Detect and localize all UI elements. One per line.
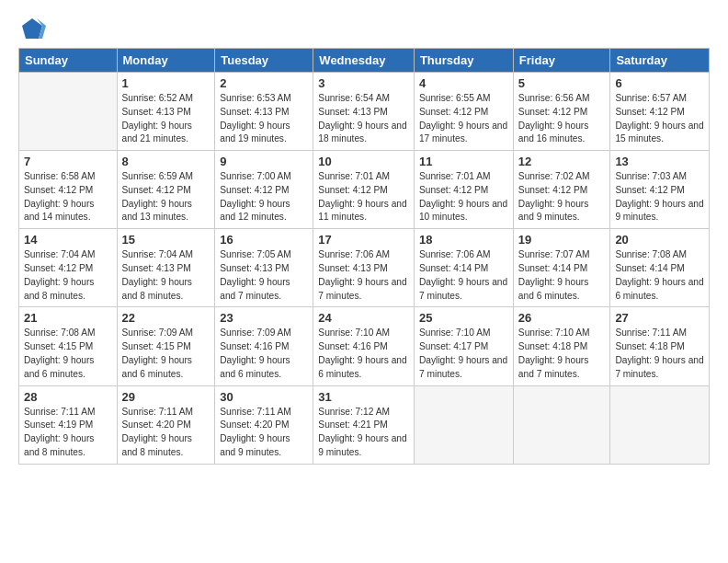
day-number: 25	[419, 311, 508, 325]
calendar-cell: 31Sunrise: 7:12 AMSunset: 4:21 PMDayligh…	[313, 385, 415, 464]
day-info: Sunrise: 7:07 AMSunset: 4:14 PMDaylight:…	[518, 248, 606, 303]
day-number: 29	[122, 390, 210, 404]
day-number: 7	[24, 155, 112, 168]
calendar-cell: 21Sunrise: 7:08 AMSunset: 4:15 PMDayligh…	[19, 307, 118, 385]
calendar-week-2: 7Sunrise: 6:58 AMSunset: 4:12 PMDaylight…	[19, 151, 710, 229]
calendar-header-sunday: Sunday	[19, 49, 118, 73]
calendar-cell: 24Sunrise: 7:10 AMSunset: 4:16 PMDayligh…	[313, 307, 415, 385]
logo-icon	[18, 15, 46, 42]
calendar-cell	[19, 73, 118, 151]
day-info: Sunrise: 7:09 AMSunset: 4:16 PMDaylight:…	[220, 327, 308, 381]
calendar-cell: 10Sunrise: 7:01 AMSunset: 4:12 PMDayligh…	[313, 151, 415, 229]
calendar-cell	[414, 385, 513, 464]
day-number: 27	[615, 311, 704, 325]
day-info: Sunrise: 6:56 AMSunset: 4:12 PMDaylight:…	[518, 92, 606, 146]
day-info: Sunrise: 7:11 AMSunset: 4:18 PMDaylight:…	[615, 327, 704, 381]
day-number: 12	[518, 155, 606, 168]
calendar-week-4: 21Sunrise: 7:08 AMSunset: 4:15 PMDayligh…	[19, 307, 710, 385]
calendar-week-1: 1Sunrise: 6:52 AMSunset: 4:13 PMDaylight…	[19, 73, 710, 151]
calendar-cell: 22Sunrise: 7:09 AMSunset: 4:15 PMDayligh…	[117, 307, 215, 385]
day-number: 14	[24, 233, 112, 247]
calendar-cell: 13Sunrise: 7:03 AMSunset: 4:12 PMDayligh…	[610, 151, 710, 229]
calendar-cell: 30Sunrise: 7:11 AMSunset: 4:20 PMDayligh…	[215, 385, 313, 464]
day-info: Sunrise: 7:05 AMSunset: 4:13 PMDaylight:…	[220, 248, 308, 303]
calendar-header-thursday: Thursday	[414, 49, 513, 73]
calendar-cell: 11Sunrise: 7:01 AMSunset: 4:12 PMDayligh…	[414, 151, 513, 229]
calendar-cell: 29Sunrise: 7:11 AMSunset: 4:20 PMDayligh…	[117, 385, 215, 464]
day-number: 8	[122, 155, 210, 168]
day-info: Sunrise: 7:06 AMSunset: 4:13 PMDaylight:…	[318, 248, 409, 303]
day-info: Sunrise: 6:52 AMSunset: 4:13 PMDaylight:…	[122, 92, 210, 146]
calendar-cell: 8Sunrise: 6:59 AMSunset: 4:12 PMDaylight…	[117, 151, 215, 229]
day-number: 26	[518, 311, 606, 325]
day-info: Sunrise: 7:10 AMSunset: 4:16 PMDaylight:…	[318, 327, 409, 381]
day-number: 22	[122, 311, 210, 325]
day-number: 11	[419, 155, 508, 168]
calendar-week-3: 14Sunrise: 7:04 AMSunset: 4:12 PMDayligh…	[19, 229, 710, 307]
day-info: Sunrise: 6:54 AMSunset: 4:13 PMDaylight:…	[318, 92, 409, 146]
day-number: 3	[318, 76, 409, 90]
day-info: Sunrise: 6:59 AMSunset: 4:12 PMDaylight:…	[122, 170, 210, 224]
day-number: 20	[615, 233, 704, 247]
day-info: Sunrise: 7:06 AMSunset: 4:14 PMDaylight:…	[419, 248, 508, 303]
calendar-header-saturday: Saturday	[610, 49, 710, 73]
calendar-header-monday: Monday	[117, 49, 215, 73]
calendar-cell	[513, 385, 610, 464]
calendar-header-wednesday: Wednesday	[313, 49, 415, 73]
day-info: Sunrise: 7:11 AMSunset: 4:20 PMDaylight:…	[220, 406, 308, 460]
day-info: Sunrise: 6:53 AMSunset: 4:13 PMDaylight:…	[220, 92, 308, 146]
calendar-cell: 3Sunrise: 6:54 AMSunset: 4:13 PMDaylight…	[313, 73, 415, 151]
day-number: 9	[220, 155, 308, 168]
calendar-cell: 5Sunrise: 6:56 AMSunset: 4:12 PMDaylight…	[513, 73, 610, 151]
day-number: 5	[518, 76, 606, 90]
day-info: Sunrise: 7:10 AMSunset: 4:17 PMDaylight:…	[419, 327, 508, 381]
day-number: 19	[518, 233, 606, 247]
day-number: 4	[419, 76, 508, 90]
day-info: Sunrise: 6:57 AMSunset: 4:12 PMDaylight:…	[615, 92, 704, 146]
calendar-cell: 16Sunrise: 7:05 AMSunset: 4:13 PMDayligh…	[215, 229, 313, 307]
calendar-cell: 20Sunrise: 7:08 AMSunset: 4:14 PMDayligh…	[610, 229, 710, 307]
day-number: 21	[24, 311, 112, 325]
day-info: Sunrise: 7:12 AMSunset: 4:21 PMDaylight:…	[318, 406, 409, 460]
calendar-cell: 6Sunrise: 6:57 AMSunset: 4:12 PMDaylight…	[610, 73, 710, 151]
calendar-cell: 19Sunrise: 7:07 AMSunset: 4:14 PMDayligh…	[513, 229, 610, 307]
day-info: Sunrise: 6:58 AMSunset: 4:12 PMDaylight:…	[24, 170, 112, 224]
logo	[18, 15, 50, 42]
calendar-cell: 26Sunrise: 7:10 AMSunset: 4:18 PMDayligh…	[513, 307, 610, 385]
calendar-cell: 28Sunrise: 7:11 AMSunset: 4:19 PMDayligh…	[19, 385, 118, 464]
day-number: 17	[318, 233, 409, 247]
calendar-cell: 1Sunrise: 6:52 AMSunset: 4:13 PMDaylight…	[117, 73, 215, 151]
calendar-cell: 23Sunrise: 7:09 AMSunset: 4:16 PMDayligh…	[215, 307, 313, 385]
calendar-cell: 14Sunrise: 7:04 AMSunset: 4:12 PMDayligh…	[19, 229, 118, 307]
calendar-cell: 17Sunrise: 7:06 AMSunset: 4:13 PMDayligh…	[313, 229, 415, 307]
day-info: Sunrise: 7:04 AMSunset: 4:13 PMDaylight:…	[122, 248, 210, 303]
day-info: Sunrise: 7:01 AMSunset: 4:12 PMDaylight:…	[318, 170, 409, 224]
calendar-header-row: SundayMondayTuesdayWednesdayThursdayFrid…	[19, 49, 710, 73]
day-info: Sunrise: 7:11 AMSunset: 4:20 PMDaylight:…	[122, 406, 210, 460]
day-info: Sunrise: 7:00 AMSunset: 4:12 PMDaylight:…	[220, 170, 308, 224]
calendar-cell: 2Sunrise: 6:53 AMSunset: 4:13 PMDaylight…	[215, 73, 313, 151]
day-info: Sunrise: 7:08 AMSunset: 4:14 PMDaylight:…	[615, 248, 704, 303]
calendar-cell: 7Sunrise: 6:58 AMSunset: 4:12 PMDaylight…	[19, 151, 118, 229]
day-info: Sunrise: 6:55 AMSunset: 4:12 PMDaylight:…	[419, 92, 508, 146]
calendar-week-5: 28Sunrise: 7:11 AMSunset: 4:19 PMDayligh…	[19, 385, 710, 464]
day-number: 16	[220, 233, 308, 247]
calendar-header-tuesday: Tuesday	[215, 49, 313, 73]
day-info: Sunrise: 7:04 AMSunset: 4:12 PMDaylight:…	[24, 248, 112, 303]
calendar-cell: 25Sunrise: 7:10 AMSunset: 4:17 PMDayligh…	[414, 307, 513, 385]
day-info: Sunrise: 7:11 AMSunset: 4:19 PMDaylight:…	[24, 406, 112, 460]
day-info: Sunrise: 7:10 AMSunset: 4:18 PMDaylight:…	[518, 327, 606, 381]
day-number: 10	[318, 155, 409, 168]
day-number: 18	[419, 233, 508, 247]
calendar-cell: 4Sunrise: 6:55 AMSunset: 4:12 PMDaylight…	[414, 73, 513, 151]
day-info: Sunrise: 7:01 AMSunset: 4:12 PMDaylight:…	[419, 170, 508, 224]
day-number: 6	[615, 76, 704, 90]
calendar-cell: 15Sunrise: 7:04 AMSunset: 4:13 PMDayligh…	[117, 229, 215, 307]
calendar-cell	[610, 385, 710, 464]
day-number: 23	[220, 311, 308, 325]
day-info: Sunrise: 7:08 AMSunset: 4:15 PMDaylight:…	[24, 327, 112, 381]
calendar-cell: 27Sunrise: 7:11 AMSunset: 4:18 PMDayligh…	[610, 307, 710, 385]
page: SundayMondayTuesdayWednesdayThursdayFrid…	[0, 0, 728, 563]
day-info: Sunrise: 7:09 AMSunset: 4:15 PMDaylight:…	[122, 327, 210, 381]
header	[18, 15, 710, 42]
